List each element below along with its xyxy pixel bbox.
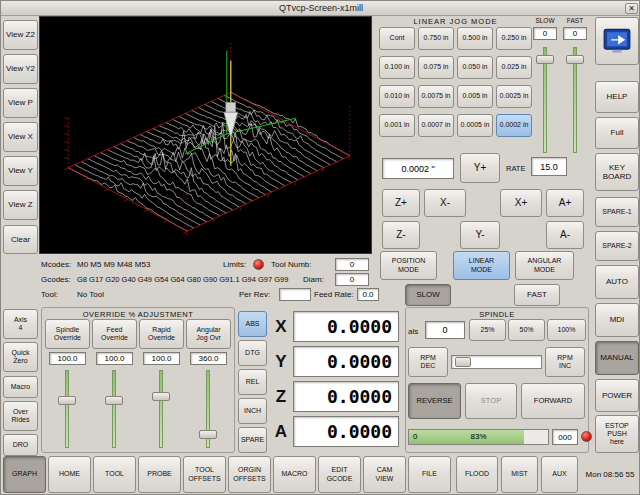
tab-tool[interactable]: TOOL [93, 456, 136, 493]
axis-select-button[interactable]: Axis 4 [3, 309, 38, 339]
dro-inch-button[interactable]: INCH [238, 398, 267, 424]
feed-override-button[interactable]: Feed Override [92, 319, 137, 349]
tab-file[interactable]: FILE [408, 456, 451, 493]
jog-increment-selected[interactable]: 0.0002 in [496, 114, 532, 137]
clock-display: Mon 08:56 55 [581, 456, 639, 493]
jog-increment-cont[interactable]: Cont [379, 27, 415, 50]
jog-y-plus-button[interactable]: Y+ [460, 153, 500, 183]
exit-button[interactable] [595, 17, 639, 65]
jog-increment[interactable]: 0.0005 in [457, 114, 493, 137]
rpm-dec-button[interactable]: RPM DEC [408, 347, 448, 377]
tab-probe[interactable]: PROBE [138, 456, 181, 493]
close-icon[interactable]: ✕ [625, 3, 638, 14]
jog-increment[interactable]: 0.005 in [457, 85, 493, 108]
jog-increment[interactable]: 0.025 in [496, 56, 532, 79]
dro-dtg-button[interactable]: DTG [238, 340, 267, 366]
auto-mode-button[interactable]: AUTO [595, 265, 639, 299]
tab-cam-view[interactable]: CAM VIEW [363, 456, 406, 493]
tab-tool-offsets[interactable]: TOOL OFFSETS [183, 456, 226, 493]
jog-increment[interactable]: 0.001 in [379, 114, 415, 137]
rpm-inc-button[interactable]: RPM INC [545, 347, 585, 377]
slider-thumb[interactable] [455, 357, 471, 367]
view-x-button[interactable]: View X [3, 122, 38, 152]
jog-a-minus-button[interactable]: A- [546, 221, 584, 249]
slider-thumb[interactable] [58, 396, 76, 405]
jog-increment[interactable]: 0.050 in [457, 56, 493, 79]
help-button[interactable]: HELP [595, 81, 639, 113]
view-z-button[interactable]: View Z [3, 190, 38, 220]
dro-rel-button[interactable]: REL [238, 369, 267, 395]
slider-thumb[interactable] [566, 55, 584, 64]
jog-increment[interactable]: 0.010 in [379, 85, 415, 108]
spare2-button[interactable]: SPARE-2 [595, 231, 639, 261]
view-y-button[interactable]: View Y [3, 156, 38, 186]
spindle-25-button[interactable]: 25% [469, 319, 506, 341]
view-y2-button[interactable]: View Y2 [3, 54, 38, 84]
slow-jog-button[interactable]: SLOW [405, 284, 451, 306]
gcode-preview[interactable] [39, 16, 372, 254]
position-mode-button[interactable]: POSITION MODE [380, 251, 437, 280]
jog-increment[interactable]: 0.750 in [418, 27, 454, 50]
jog-increment[interactable]: 0.250 in [496, 27, 532, 50]
slider-thumb[interactable] [536, 55, 554, 64]
spindle-100-button[interactable]: 100% [547, 319, 586, 341]
slow-speed-slider[interactable] [536, 45, 554, 155]
view-z2-button[interactable]: View Z2 [3, 20, 38, 50]
estop-button[interactable]: ESTOP PUSH here [595, 415, 639, 453]
spindle-50-button[interactable]: 50% [508, 319, 545, 341]
mist-button[interactable]: MIST [501, 456, 538, 493]
macro-tab-button[interactable]: Macro [3, 376, 38, 398]
mdi-mode-button[interactable]: MDI [595, 303, 639, 337]
jog-increment[interactable]: 0.500 in [457, 27, 493, 50]
dro-tab-button[interactable]: DRO [3, 434, 38, 456]
slider-thumb[interactable] [105, 396, 123, 405]
feed-override-slider[interactable] [105, 368, 123, 450]
tab-origin-offsets[interactable]: ORGIN OFFSETS [228, 456, 271, 493]
rapid-override-slider[interactable] [152, 368, 170, 450]
manual-mode-button[interactable]: MANUAL [595, 341, 639, 375]
spindle-stop-button[interactable]: STOP [465, 383, 517, 419]
jog-increment[interactable]: 0.0025 in [496, 85, 532, 108]
slow-slider-label: SLOW [532, 17, 558, 24]
jog-z-plus-button[interactable]: Z+ [382, 189, 420, 217]
angular-jog-override-slider[interactable] [199, 368, 217, 450]
fullscreen-button[interactable]: Full [595, 117, 639, 149]
tab-home[interactable]: HOME [48, 456, 91, 493]
jog-z-minus-button[interactable]: Z- [382, 221, 420, 249]
fast-jog-button[interactable]: FAST [514, 284, 560, 306]
view-p-button[interactable]: View P [3, 88, 38, 118]
jog-increment[interactable]: 0.0007 in [418, 114, 454, 137]
keyboard-button[interactable]: KEY BOARD [595, 153, 639, 191]
jog-y-minus-button[interactable]: Y- [460, 221, 500, 249]
tab-edit-gcode[interactable]: EDIT GCODE [318, 456, 361, 493]
angular-jog-override-button[interactable]: Angular Jog Ovr [186, 319, 231, 349]
clear-view-button[interactable]: Clear [3, 225, 38, 254]
aux-button[interactable]: AUX [541, 456, 578, 493]
tab-graph[interactable]: GRAPH [3, 456, 46, 493]
fast-speed-slider[interactable] [566, 45, 584, 155]
angular-mode-button[interactable]: ANGULAR MODE [515, 251, 574, 280]
spindle-forward-button[interactable]: FORWARD [521, 383, 585, 419]
jog-x-minus-button[interactable]: X- [424, 189, 466, 217]
jog-a-plus-button[interactable]: A+ [546, 189, 584, 217]
quick-zero-button[interactable]: Quick Zero [3, 342, 38, 372]
spindle-override-button[interactable]: Spindle Override [45, 319, 90, 349]
flood-button[interactable]: FLOOD [456, 456, 498, 493]
slider-thumb[interactable] [199, 430, 217, 439]
tab-macro[interactable]: MACRO [273, 456, 316, 493]
jog-x-plus-button[interactable]: X+ [500, 189, 542, 217]
linear-mode-button[interactable]: LINEAR MODE [453, 251, 510, 280]
overrides-tab-button[interactable]: Over Rides [3, 401, 38, 431]
dro-spare-button[interactable]: SPARE [238, 427, 267, 453]
power-button[interactable]: POWER [595, 379, 639, 412]
spindle-rpm-slider[interactable] [451, 355, 542, 369]
slider-thumb[interactable] [152, 392, 170, 401]
spindle-reverse-button[interactable]: REVERSE [408, 383, 461, 419]
jog-increment[interactable]: 0.075 in [418, 56, 454, 79]
spare1-button[interactable]: SPARE-1 [595, 197, 639, 227]
jog-increment[interactable]: 0.100 in [379, 56, 415, 79]
rapid-override-button[interactable]: Rapid Override [139, 319, 184, 349]
jog-increment[interactable]: 0.0075 in [418, 85, 454, 108]
spindle-override-slider[interactable] [58, 368, 76, 450]
dro-abs-button[interactable]: ABS [238, 311, 267, 337]
